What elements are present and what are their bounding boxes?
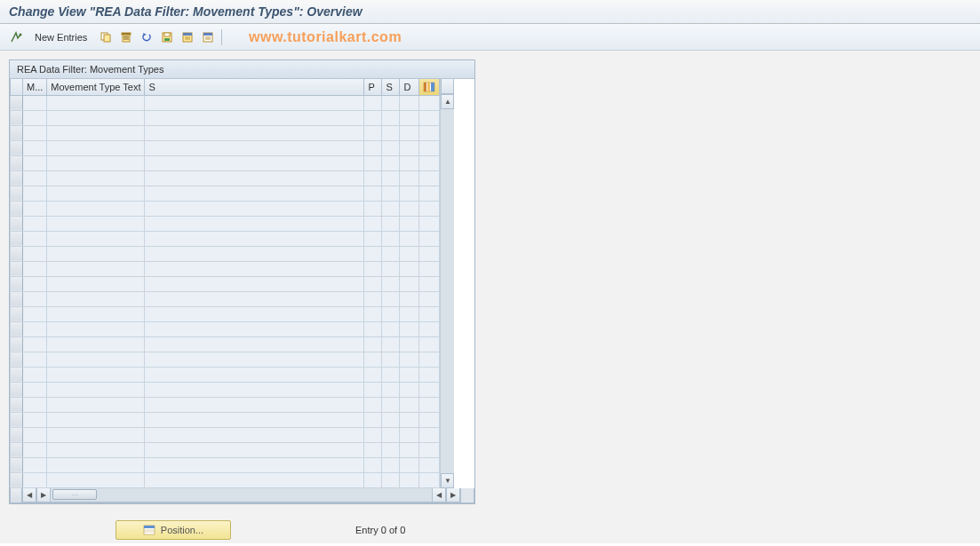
cell-s[interactable] — [145, 427, 364, 442]
cell-p[interactable] — [364, 427, 382, 442]
cell-m[interactable] — [23, 246, 47, 261]
column-header-s2[interactable]: S — [382, 79, 400, 95]
cell-m[interactable] — [23, 291, 47, 306]
row-selector[interactable] — [11, 110, 23, 125]
cell-p[interactable] — [364, 336, 382, 352]
cell-p[interactable] — [364, 170, 382, 186]
cell-s2[interactable] — [382, 201, 400, 216]
cell-mvtext[interactable] — [47, 276, 145, 291]
cell-s2[interactable] — [382, 186, 400, 201]
cell-m[interactable] — [23, 336, 47, 352]
cell-s[interactable] — [145, 472, 364, 487]
cell-p[interactable] — [364, 321, 382, 336]
cell-mvtext[interactable] — [47, 216, 145, 231]
cell-d[interactable] — [400, 201, 419, 216]
row-selector[interactable] — [11, 336, 23, 352]
cell-p[interactable] — [364, 472, 382, 487]
row-selector[interactable] — [11, 276, 23, 291]
copy-icon[interactable] — [97, 28, 115, 46]
cell-s[interactable] — [145, 216, 364, 231]
cell-s2[interactable] — [382, 276, 400, 291]
cell-p[interactable] — [364, 397, 382, 412]
cell-p[interactable] — [364, 367, 382, 382]
cell-s[interactable] — [145, 306, 364, 321]
cell-d[interactable] — [400, 246, 419, 261]
cell-p[interactable] — [364, 155, 382, 170]
cell-m[interactable] — [23, 261, 47, 276]
cell-s2[interactable] — [382, 110, 400, 125]
cell-d[interactable] — [400, 216, 419, 231]
scroll-right-icon[interactable]: ▶ — [446, 488, 460, 502]
cell-mvtext[interactable] — [47, 321, 145, 336]
cell-d[interactable] — [400, 291, 419, 306]
cell-mvtext[interactable] — [47, 291, 145, 306]
column-header-movement-text[interactable]: Movement Type Text — [47, 79, 145, 95]
scroll-up-top-icon[interactable] — [441, 79, 454, 94]
cell-s2[interactable] — [382, 442, 400, 457]
row-selector[interactable] — [11, 352, 23, 367]
cell-s2[interactable] — [382, 352, 400, 367]
cell-d[interactable] — [400, 155, 419, 170]
cell-mvtext[interactable] — [47, 155, 145, 170]
toggle-icon[interactable] — [7, 28, 25, 46]
cell-m[interactable] — [23, 276, 47, 291]
cell-mvtext[interactable] — [47, 306, 145, 321]
scroll-left-icon[interactable]: ◀ — [22, 488, 36, 502]
row-selector[interactable] — [11, 125, 23, 140]
row-selector[interactable] — [11, 140, 23, 155]
row-selector[interactable] — [11, 186, 23, 201]
cell-mvtext[interactable] — [47, 472, 145, 487]
scroll-up-icon[interactable]: ▲ — [441, 94, 454, 109]
column-header-p[interactable]: P — [364, 79, 382, 95]
cell-s[interactable] — [145, 155, 364, 170]
cell-p[interactable] — [364, 276, 382, 291]
scroll-right-step-icon[interactable]: ◀ — [432, 488, 446, 502]
cell-mvtext[interactable] — [47, 336, 145, 352]
cell-p[interactable] — [364, 306, 382, 321]
row-selector[interactable] — [11, 246, 23, 261]
deselect-all-icon[interactable] — [199, 28, 217, 46]
cell-m[interactable] — [23, 457, 47, 472]
row-selector[interactable] — [11, 321, 23, 336]
cell-mvtext[interactable] — [47, 201, 145, 216]
cell-mvtext[interactable] — [47, 382, 145, 397]
cell-p[interactable] — [364, 246, 382, 261]
cell-mvtext[interactable] — [47, 367, 145, 382]
cell-d[interactable] — [400, 95, 419, 110]
row-selector[interactable] — [11, 382, 23, 397]
cell-s2[interactable] — [382, 472, 400, 487]
cell-m[interactable] — [23, 352, 47, 367]
cell-s[interactable] — [145, 412, 364, 427]
cell-s[interactable] — [145, 170, 364, 186]
cell-mvtext[interactable] — [47, 231, 145, 246]
cell-p[interactable] — [364, 140, 382, 155]
configure-columns-icon[interactable] — [419, 79, 440, 95]
cell-s[interactable] — [145, 457, 364, 472]
cell-mvtext[interactable] — [47, 352, 145, 367]
cell-m[interactable] — [23, 472, 47, 487]
row-selector[interactable] — [11, 201, 23, 216]
cell-s2[interactable] — [382, 382, 400, 397]
cell-m[interactable] — [23, 140, 47, 155]
cell-d[interactable] — [400, 352, 419, 367]
row-selector[interactable] — [11, 427, 23, 442]
cell-p[interactable] — [364, 125, 382, 140]
cell-p[interactable] — [364, 261, 382, 276]
cell-d[interactable] — [400, 261, 419, 276]
cell-d[interactable] — [400, 306, 419, 321]
cell-m[interactable] — [23, 170, 47, 186]
row-selector[interactable] — [11, 457, 23, 472]
cell-s[interactable] — [145, 367, 364, 382]
row-selector[interactable] — [11, 95, 23, 110]
row-selector[interactable] — [11, 155, 23, 170]
cell-d[interactable] — [400, 457, 419, 472]
cell-m[interactable] — [23, 95, 47, 110]
cell-d[interactable] — [400, 412, 419, 427]
cell-s2[interactable] — [382, 140, 400, 155]
cell-m[interactable] — [23, 125, 47, 140]
cell-s2[interactable] — [382, 246, 400, 261]
cell-s2[interactable] — [382, 170, 400, 186]
cell-p[interactable] — [364, 412, 382, 427]
cell-m[interactable] — [23, 231, 47, 246]
cell-s2[interactable] — [382, 336, 400, 352]
